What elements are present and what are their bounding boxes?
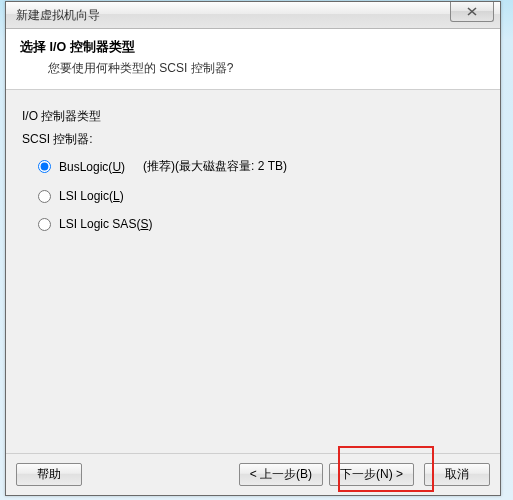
radio-lsilogicsas[interactable]	[38, 218, 51, 231]
group-label: SCSI 控制器:	[22, 131, 484, 148]
header-subtitle: 您要使用何种类型的 SCSI 控制器?	[48, 60, 486, 77]
cancel-button[interactable]: 取消	[424, 463, 490, 486]
help-button[interactable]: 帮助	[16, 463, 82, 486]
option-label: BusLogic(U)	[59, 160, 125, 174]
option-label: LSI Logic(L)	[59, 189, 124, 203]
window-title: 新建虚拟机向导	[16, 7, 100, 24]
titlebar: 新建虚拟机向导	[6, 2, 500, 29]
section-label: I/O 控制器类型	[22, 108, 484, 125]
radio-lsilogic[interactable]	[38, 190, 51, 203]
radio-buslogic[interactable]	[38, 160, 51, 173]
radio-group: BusLogic(U) (推荐)(最大磁盘容量: 2 TB) LSI Logic…	[38, 158, 484, 231]
back-button[interactable]: < 上一步(B)	[239, 463, 323, 486]
option-hint: (推荐)(最大磁盘容量: 2 TB)	[143, 158, 287, 175]
option-label: LSI Logic SAS(S)	[59, 217, 152, 231]
option-lsilogic[interactable]: LSI Logic(L)	[38, 189, 484, 203]
wizard-header: 选择 I/O 控制器类型 您要使用何种类型的 SCSI 控制器?	[6, 29, 500, 90]
header-title: 选择 I/O 控制器类型	[20, 39, 486, 56]
close-icon	[467, 7, 477, 16]
option-buslogic[interactable]: BusLogic(U) (推荐)(最大磁盘容量: 2 TB)	[38, 158, 484, 175]
close-button[interactable]	[450, 2, 494, 22]
wizard-content: I/O 控制器类型 SCSI 控制器: BusLogic(U) (推荐)(最大磁…	[6, 90, 500, 231]
wizard-footer: 帮助 < 上一步(B) 下一步(N) > 取消	[6, 453, 500, 495]
option-lsilogicsas[interactable]: LSI Logic SAS(S)	[38, 217, 484, 231]
wizard-window: 新建虚拟机向导 选择 I/O 控制器类型 您要使用何种类型的 SCSI 控制器?…	[5, 1, 501, 496]
next-button[interactable]: 下一步(N) >	[329, 463, 414, 486]
